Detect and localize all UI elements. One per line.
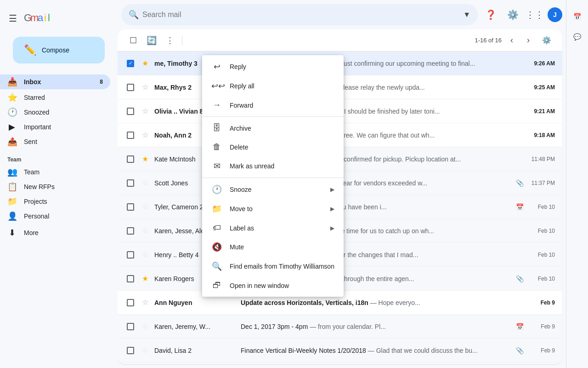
- menu-item-icon-reply: ↩: [211, 62, 222, 72]
- menu-item-open_window[interactable]: 🗗 Open in new window: [202, 276, 344, 295]
- menu-item-icon-move_to: 📁: [211, 204, 222, 214]
- menu-item-arrow: ▶: [330, 206, 334, 212]
- menu-item-label-find_emails: Find emails from Timothy Williamson: [230, 263, 334, 270]
- menu-item-icon-reply_all: ↩↩: [211, 81, 222, 91]
- menu-item-label-forward: Forward: [230, 102, 253, 109]
- menu-item-label-label_as: Label as: [230, 224, 254, 232]
- menu-item-label-reply: Reply: [230, 63, 246, 70]
- menu-item-arrow: ▶: [330, 186, 334, 193]
- menu-item-label-snooze: Snooze: [230, 186, 251, 193]
- menu-item-icon-delete: 🗑: [211, 142, 222, 152]
- menu-item-icon-mute: 🔇: [211, 242, 222, 252]
- menu-item-icon-forward: →: [211, 100, 222, 110]
- menu-item-icon-open_window: 🗗: [211, 281, 222, 290]
- menu-item-reply_all[interactable]: ↩↩ Reply all: [202, 76, 344, 96]
- menu-item-icon-mark_unread: ✉: [211, 161, 222, 171]
- menu-divider: [202, 178, 344, 178]
- menu-item-move_to[interactable]: 📁 Move to ▶: [202, 199, 344, 218]
- menu-item-icon-archive: 🗄: [211, 123, 222, 133]
- menu-item-label-archive: Archive: [230, 125, 251, 132]
- menu-item-snooze[interactable]: 🕐 Snooze ▶: [202, 180, 344, 199]
- menu-item-label_as[interactable]: 🏷 Label as ▶: [202, 218, 344, 237]
- menu-item-label-mark_unread: Mark as unread: [230, 162, 274, 170]
- menu-item-label-mute: Mute: [230, 243, 244, 251]
- menu-item-archive[interactable]: 🗄 Archive: [202, 119, 344, 138]
- menu-item-find_emails[interactable]: 🔍 Find emails from Timothy Williamson: [202, 257, 344, 276]
- menu-item-mark_unread[interactable]: ✉ Mark as unread: [202, 156, 344, 176]
- menu-item-arrow: ▶: [330, 225, 334, 231]
- menu-item-icon-label_as: 🏷: [211, 223, 222, 233]
- menu-item-icon-snooze: 🕐: [211, 184, 222, 195]
- menu-item-forward[interactable]: → Forward: [202, 96, 344, 115]
- menu-divider: [202, 116, 344, 117]
- menu-item-delete[interactable]: 🗑 Delete: [202, 138, 344, 156]
- menu-item-label-reply_all: Reply all: [230, 82, 254, 90]
- menu-item-reply[interactable]: ↩ Reply: [202, 57, 344, 76]
- menu-item-icon-find_emails: 🔍: [211, 261, 222, 271]
- menu-item-mute[interactable]: 🔇 Mute: [202, 237, 344, 257]
- menu-item-label-delete: Delete: [230, 144, 248, 151]
- menu-item-label-open_window: Open in new window: [230, 282, 289, 289]
- context-menu: ↩ Reply ↩↩ Reply all → Forward 🗄 Archive…: [202, 55, 344, 297]
- menu-item-label-move_to: Move to: [230, 205, 253, 213]
- context-menu-overlay[interactable]: ↩ Reply ↩↩ Reply all → Forward 🗄 Archive…: [0, 0, 588, 368]
